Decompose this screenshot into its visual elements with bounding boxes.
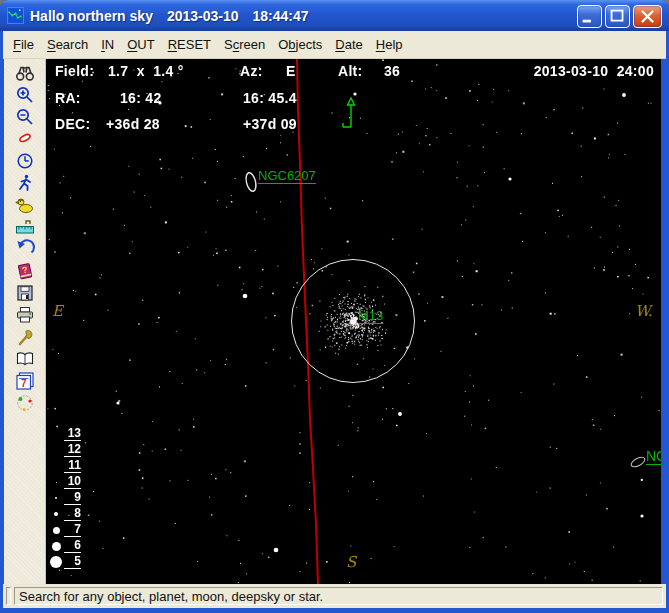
- magnitude-row-7: 7: [48, 522, 81, 538]
- toolbar-button-zoom-out[interactable]: [11, 106, 39, 128]
- status-message: Search for any object, planet, moon, dee…: [14, 587, 663, 605]
- magnitude-value: 8: [64, 507, 81, 521]
- zoom-in-icon: [15, 85, 35, 105]
- magnitude-row-12: 12: [48, 442, 81, 458]
- window-title: Hallo northern sky2013-03-1018:44:47: [30, 8, 323, 24]
- toolbar-button-running-man[interactable]: [11, 172, 39, 194]
- ra-value-2: 16: 45.4: [243, 90, 297, 106]
- menu-help[interactable]: Help: [376, 37, 403, 52]
- field-value: 1.7 x 1.4 °: [108, 63, 184, 79]
- clock-icon: [15, 151, 35, 171]
- magnitude-dot: [48, 482, 64, 483]
- magnitude-value: 6: [64, 539, 81, 553]
- app-icon: [7, 7, 24, 24]
- save-icon: [15, 283, 35, 303]
- magnitude-dot: [48, 512, 64, 516]
- toolbar-button-calendar[interactable]: 7: [11, 370, 39, 392]
- window-buttons: [577, 5, 662, 28]
- magnitude-row-8: 8: [48, 506, 81, 522]
- status-bar: Search for any object, planet, moon, dee…: [3, 584, 666, 608]
- sky-view: Field: 1.7 x 1.4 ° Az: E Alt: 36 2013-03…: [46, 59, 661, 584]
- svg-text:7: 7: [20, 378, 26, 389]
- altitude-label: Alt:: [338, 63, 363, 79]
- calendar-icon: 7: [15, 371, 35, 391]
- magnitude-value: 11: [64, 459, 81, 473]
- open-book-icon: [15, 349, 35, 369]
- app-window: Hallo northern sky2013-03-1018:44:47 Fil…: [0, 0, 669, 613]
- dec-value-2: +37d 09: [243, 116, 297, 132]
- toolbar-button-planet-orbit[interactable]: [11, 392, 39, 414]
- magnitude-value: 5: [64, 555, 81, 569]
- toolbar-button-zoom-in[interactable]: [11, 84, 39, 106]
- menu-screen[interactable]: Screen: [224, 37, 265, 52]
- planet-orbit-icon: [15, 393, 35, 413]
- magnitude-row-5: 5: [48, 554, 81, 570]
- close-button[interactable]: [633, 5, 662, 28]
- running-man-icon: [15, 173, 35, 193]
- red-ellipse-icon: [15, 129, 35, 149]
- magnitude-row-10: 10: [48, 474, 81, 490]
- toolbar-button-duck[interactable]: [11, 194, 39, 216]
- dec-value-1: +36d 28: [106, 116, 160, 132]
- ruler-icon: [15, 217, 35, 237]
- object-label-ngc6207[interactable]: NGC6207: [258, 169, 316, 184]
- toolbar-button-ruler[interactable]: [11, 216, 39, 238]
- toolbar-button-red-ellipse[interactable]: [11, 128, 39, 150]
- magnitude-dot: [48, 497, 64, 499]
- object-label-ng-partial[interactable]: NG: [646, 450, 661, 465]
- minimize-button[interactable]: [577, 5, 602, 28]
- toolbar-button-open-book[interactable]: [11, 348, 39, 370]
- magnitude-scale: 1312111098765: [48, 426, 81, 570]
- maximize-button[interactable]: [605, 5, 630, 28]
- toolbar-button-clock[interactable]: [11, 150, 39, 172]
- status-text: Search for any object, planet, moon, dee…: [19, 589, 323, 604]
- menu-bar: FileSearchINOUTRESETScreenObjectsDateHel…: [3, 31, 666, 59]
- menu-date[interactable]: Date: [335, 37, 362, 52]
- magnitude-value: 10: [64, 475, 81, 489]
- altitude-value: 36: [384, 63, 400, 79]
- magnitude-value: 12: [64, 443, 81, 457]
- magnitude-value: 9: [64, 491, 81, 505]
- dec-label: DEC:: [55, 116, 90, 132]
- magnitude-row-11: 11: [48, 458, 81, 474]
- menu-in[interactable]: IN: [101, 37, 114, 52]
- menu-objects[interactable]: Objects: [278, 37, 322, 52]
- print-icon: [15, 305, 35, 325]
- help-book-icon: ?: [15, 261, 35, 281]
- magnitude-value: 13: [64, 427, 81, 441]
- datetime-value: 2013-03-10 24:00: [534, 63, 654, 79]
- object-label-m13[interactable]: M13: [358, 309, 383, 324]
- star-field[interactable]: [46, 59, 661, 584]
- magnitude-row-6: 6: [48, 538, 81, 554]
- azimuth-label: Az:: [240, 63, 263, 79]
- magnitude-dot: [48, 542, 64, 551]
- menu-file[interactable]: File: [13, 37, 34, 52]
- toolbar-button-undo[interactable]: [11, 238, 39, 260]
- magnitude-row-9: 9: [48, 490, 81, 506]
- undo-icon: [15, 239, 35, 259]
- toolbar-button-wrench[interactable]: [11, 326, 39, 348]
- binoculars-icon: [15, 63, 35, 83]
- menu-out[interactable]: OUT: [127, 37, 154, 52]
- magnitude-value: 7: [64, 523, 81, 537]
- toolbar-button-binoculars[interactable]: [11, 62, 39, 84]
- ra-value-1: 16: 42: [120, 90, 162, 106]
- magnitude-row-13: 13: [48, 426, 81, 442]
- toolbar-button-save[interactable]: [11, 282, 39, 304]
- magnitude-dot: [48, 527, 64, 534]
- duck-icon: [15, 195, 35, 215]
- toolbar: ?7: [4, 59, 46, 584]
- status-grip: [6, 587, 11, 605]
- ra-label: RA:: [55, 90, 81, 106]
- field-label: Field:: [55, 63, 94, 79]
- magnitude-dot: [48, 556, 64, 568]
- title-bar[interactable]: Hallo northern sky2013-03-1018:44:47: [0, 0, 669, 31]
- toolbar-button-help-book[interactable]: ?: [11, 260, 39, 282]
- wrench-icon: [15, 327, 35, 347]
- menu-search[interactable]: Search: [47, 37, 88, 52]
- toolbar-button-print[interactable]: [11, 304, 39, 326]
- azimuth-value: E: [286, 63, 296, 79]
- zoom-out-icon: [15, 107, 35, 127]
- menu-reset[interactable]: RESET: [168, 37, 211, 52]
